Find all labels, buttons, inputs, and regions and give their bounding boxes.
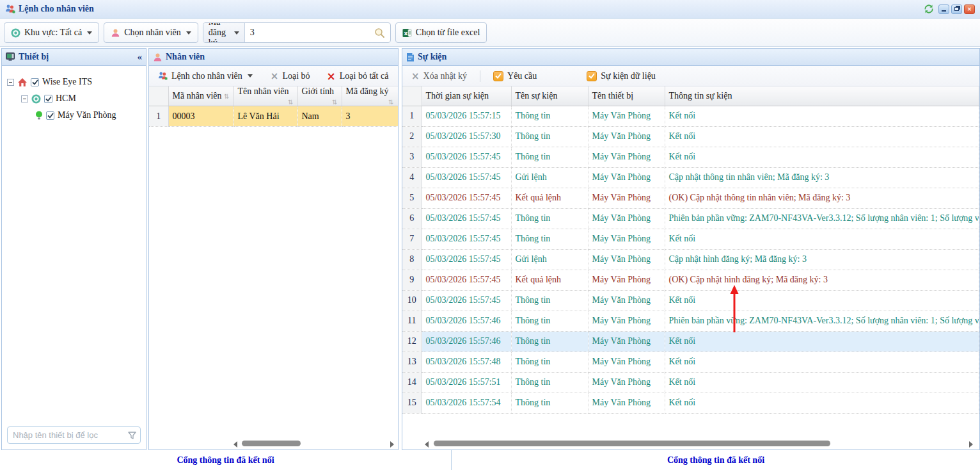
- column-header[interactable]: Mã nhân viên⇅: [168, 86, 233, 106]
- sort-icon[interactable]: ⇅: [224, 93, 229, 100]
- event-row[interactable]: 1205/03/2026 15:57:46Thông tinMáy Văn Ph…: [402, 331, 979, 352]
- events-status-bar: Cổng thông tin đã kết nối: [451, 450, 980, 470]
- row-number: 7: [402, 229, 422, 249]
- event-info-cell: Kết nối: [665, 147, 979, 167]
- minimize-button[interactable]: [938, 4, 949, 14]
- event-info-cell: Phiên bản phần vững: ZAM70-NF43VA-Ver3.3…: [665, 208, 979, 229]
- event-device-cell: Máy Văn Phòng: [588, 311, 665, 331]
- event-row[interactable]: 1405/03/2026 15:57:51Thông tinMáy Văn Ph…: [402, 372, 979, 393]
- event-time-cell: 05/03/2026 15:57:45: [422, 270, 511, 290]
- tree-node-label: Máy Văn Phòng: [58, 110, 116, 120]
- event-row[interactable]: 605/03/2026 15:57:45Thông tinMáy Văn Phò…: [402, 208, 979, 229]
- tree-node-root[interactable]: Wise Eye ITS: [7, 74, 142, 90]
- employee-code-cell: 00003: [168, 106, 233, 127]
- send-command-button[interactable]: Lệnh cho nhân viên: [154, 69, 257, 83]
- event-time-cell: 05/03/2026 15:57:45: [422, 290, 511, 311]
- monitor-icon: [6, 53, 15, 61]
- device-tree: Wise Eye ITS HCM Máy Văn Phòng: [2, 66, 146, 450]
- event-info-cell: Cập nhật thông tin nhân viên; Mã đăng ký…: [665, 167, 979, 188]
- collapse-panel-icon[interactable]: «: [138, 52, 143, 63]
- remove-button[interactable]: × Loại bỏ: [267, 69, 314, 84]
- tree-checkbox[interactable]: [46, 111, 54, 120]
- column-header[interactable]: Mã đăng ký⇅: [342, 86, 398, 106]
- employee-gender-cell: Nam: [297, 106, 342, 127]
- sort-icon[interactable]: ⇅: [288, 99, 293, 106]
- event-row[interactable]: 905/03/2026 15:57:45Kết quả lệnhMáy Văn …: [402, 270, 979, 290]
- sort-icon[interactable]: ⇅: [388, 99, 393, 106]
- event-row[interactable]: 105/03/2026 15:57:15Thông tinMáy Văn Phò…: [402, 106, 979, 126]
- collapse-node-icon[interactable]: [7, 79, 14, 86]
- event-row[interactable]: 305/03/2026 15:57:45Thông tinMáy Văn Phò…: [402, 147, 979, 167]
- clear-log-button[interactable]: × Xóa nhật ký: [407, 69, 471, 84]
- column-header[interactable]: Thông tin sự kiện: [665, 86, 979, 106]
- tree-checkbox[interactable]: [31, 78, 39, 86]
- row-number: 1: [402, 106, 422, 126]
- event-name-cell: Thông tin: [511, 393, 588, 413]
- area-filter-button[interactable]: Khu vực: Tất cả: [4, 22, 99, 43]
- sort-icon[interactable]: ⇅: [332, 99, 337, 106]
- event-info-cell: (OK) Cập nhật thông tin nhân viên; Mã đă…: [665, 188, 979, 208]
- scrollbar-thumb[interactable]: [434, 441, 830, 446]
- device-filter-input[interactable]: [12, 430, 128, 441]
- scroll-left-icon[interactable]: [425, 441, 429, 448]
- events-horizontal-scrollbar[interactable]: [425, 439, 973, 448]
- event-row[interactable]: 1105/03/2026 15:57:46Thông tinMáy Văn Ph…: [402, 311, 979, 331]
- column-header[interactable]: Tên sự kiện: [511, 86, 588, 106]
- restore-button[interactable]: [951, 4, 962, 14]
- choose-excel-label: Chọn từ file excel: [416, 28, 480, 38]
- scrollbar-thumb[interactable]: [242, 441, 301, 446]
- event-time-cell: 05/03/2026 15:57:46: [422, 331, 511, 352]
- scroll-right-icon[interactable]: [969, 441, 973, 448]
- house-icon: [17, 77, 28, 87]
- remove-all-button[interactable]: × Loại bỏ tất cả: [323, 68, 393, 85]
- event-row[interactable]: 505/03/2026 15:57:45Kết quả lệnhMáy Văn …: [402, 188, 979, 208]
- employee-row[interactable]: 1 00003 Lê Văn Hải Nam 3: [149, 106, 398, 127]
- employees-panel-header: Nhân viên: [149, 49, 398, 66]
- svg-text:x: x: [404, 30, 407, 36]
- event-row[interactable]: 1305/03/2026 15:57:48Thông tinMáy Văn Ph…: [402, 352, 979, 372]
- choose-excel-button[interactable]: x Chọn từ file excel: [395, 22, 487, 43]
- event-row[interactable]: 405/03/2026 15:57:45Gửi lệnhMáy Văn Phòn…: [402, 167, 979, 188]
- tree-checkbox[interactable]: [44, 95, 52, 103]
- search-field-selector[interactable]: Mã đăng ký: [203, 23, 245, 42]
- event-time-cell: 05/03/2026 15:57:15: [422, 106, 511, 126]
- tree-node-device[interactable]: Máy Văn Phòng: [7, 107, 142, 124]
- events-grid: Thời gian sự kiện Tên sự kiện Tên thiết …: [402, 86, 979, 450]
- event-info-cell: Kết nối: [665, 229, 979, 249]
- event-time-cell: 05/03/2026 15:57:45: [422, 167, 511, 188]
- column-header[interactable]: Giới tính⇅: [297, 86, 342, 106]
- close-button[interactable]: ×: [964, 4, 975, 14]
- collapse-node-icon[interactable]: [21, 95, 28, 102]
- refresh-icon[interactable]: [924, 4, 934, 14]
- event-row[interactable]: 805/03/2026 15:57:45Gửi lệnhMáy Văn Phòn…: [402, 249, 979, 270]
- request-checkbox[interactable]: [493, 71, 503, 81]
- employees-horizontal-scrollbar[interactable]: [233, 439, 394, 448]
- registration-code-input[interactable]: [245, 23, 369, 42]
- tree-node-area[interactable]: HCM: [7, 90, 142, 107]
- employees-status-bar: Cổng thông tin đã kết nối: [0, 450, 451, 470]
- scroll-right-icon[interactable]: [390, 441, 394, 448]
- people-group-icon: [158, 71, 168, 81]
- person-icon: [111, 28, 120, 38]
- status-text: Cổng thông tin đã kết nối: [667, 455, 764, 466]
- column-header[interactable]: Tên thiết bị: [588, 86, 665, 106]
- search-icon[interactable]: [374, 28, 385, 38]
- row-number: 2: [402, 126, 422, 147]
- request-checkbox-item[interactable]: Yêu cầu: [489, 69, 541, 83]
- data-event-checkbox-item[interactable]: Sự kiện dữ liệu: [583, 69, 660, 83]
- column-header[interactable]: Tên nhân viên⇅: [233, 86, 297, 106]
- event-time-cell: 05/03/2026 15:57:51: [422, 372, 511, 393]
- data-event-checkbox[interactable]: [587, 71, 597, 81]
- scroll-left-icon[interactable]: [233, 441, 237, 448]
- event-row[interactable]: 1005/03/2026 15:57:45Thông tinMáy Văn Ph…: [402, 290, 979, 311]
- event-device-cell: Máy Văn Phòng: [588, 229, 665, 249]
- event-row[interactable]: 705/03/2026 15:57:45Thông tinMáy Văn Phò…: [402, 229, 979, 249]
- row-number: 9: [402, 270, 422, 290]
- event-name-cell: Kết quả lệnh: [511, 270, 588, 290]
- event-row[interactable]: 1505/03/2026 15:57:54Thông tinMáy Văn Ph…: [402, 393, 979, 413]
- column-header[interactable]: Thời gian sự kiện: [422, 86, 511, 106]
- event-row[interactable]: 205/03/2026 15:57:30Thông tinMáy Văn Phò…: [402, 126, 979, 147]
- area-filter-label: Khu vực: Tất cả: [24, 28, 82, 38]
- event-name-cell: Thông tin: [511, 147, 588, 167]
- select-employee-button[interactable]: Chọn nhân viên: [104, 22, 198, 43]
